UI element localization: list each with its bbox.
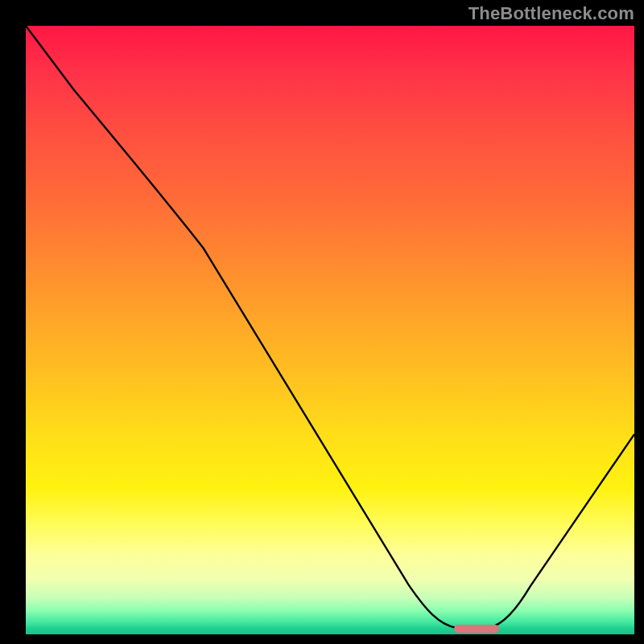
bottleneck-chart: TheBottleneck.com [0,0,644,644]
bottleneck-curve-path [26,26,634,628]
curve-svg [26,26,634,634]
watermark-text: TheBottleneck.com [469,3,634,24]
optimal-range-marker [454,625,499,633]
plot-area [24,24,636,636]
